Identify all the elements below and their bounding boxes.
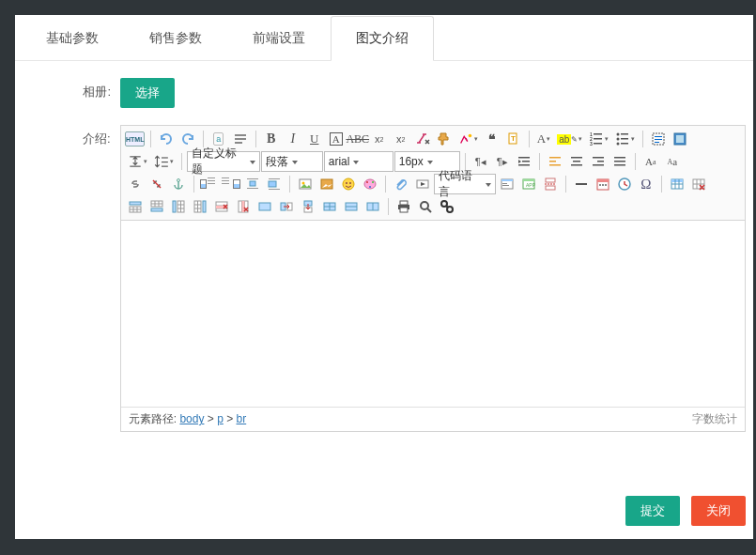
svg-rect-90 <box>151 208 162 211</box>
strikethrough-button[interactable]: ABC <box>347 129 368 149</box>
img-none-button[interactable] <box>264 174 285 194</box>
anchor-button[interactable] <box>168 174 189 194</box>
justify-center-button[interactable] <box>566 151 587 172</box>
merge-right-button[interactable] <box>276 196 297 217</box>
autotypeset-button[interactable] <box>230 129 251 149</box>
font-border-button[interactable]: A <box>326 129 347 149</box>
format-match-button[interactable]: a <box>208 129 229 149</box>
insert-row-after-button[interactable] <box>147 196 167 217</box>
undo-button[interactable] <box>156 129 177 149</box>
link-button[interactable] <box>125 174 146 194</box>
emoticon-button[interactable] <box>338 174 359 194</box>
delete-col-button[interactable] <box>233 196 254 217</box>
svg-text:T: T <box>511 134 516 143</box>
rtl-button[interactable]: ¶▸ <box>492 151 513 172</box>
select-album-button[interactable]: 选择 <box>120 78 175 108</box>
special-char-button[interactable]: Ω <box>636 174 656 194</box>
insert-col-after-button[interactable] <box>190 196 210 217</box>
path-body-link[interactable]: body <box>179 412 204 425</box>
attachment-button[interactable] <box>391 174 411 194</box>
svg-point-3 <box>468 134 471 138</box>
preview-button[interactable] <box>415 196 436 217</box>
svg-rect-70 <box>502 183 507 184</box>
path-br-link[interactable]: br <box>237 412 247 425</box>
custom-heading-combo[interactable]: 自定义标题 <box>187 151 260 172</box>
redo-button[interactable] <box>177 129 198 149</box>
webapp-button[interactable]: APP <box>518 174 539 194</box>
insert-image-button[interactable] <box>295 174 316 194</box>
tab-sales-params[interactable]: 销售参数 <box>124 16 227 61</box>
font-color-button[interactable]: A▾ <box>534 129 553 149</box>
insert-code-button[interactable] <box>497 174 517 194</box>
img-center-button[interactable] <box>242 174 263 194</box>
svg-rect-19 <box>655 136 662 137</box>
justify-left-button[interactable] <box>545 151 565 172</box>
print-button[interactable] <box>393 196 414 217</box>
svg-rect-71 <box>502 185 509 186</box>
submit-button[interactable]: 提交 <box>625 496 680 526</box>
time-button[interactable] <box>614 174 635 194</box>
svg-point-65 <box>372 181 374 183</box>
delete-table-button[interactable] <box>688 174 709 194</box>
row-intro: 介绍: HTML a B <box>15 125 746 432</box>
pagebreak-button[interactable] <box>540 174 561 194</box>
insert-col-before-button[interactable] <box>168 196 189 217</box>
ordered-list-button[interactable]: 123▾ <box>586 129 611 149</box>
touppercase-button[interactable]: Aa <box>640 151 661 172</box>
svg-rect-15 <box>621 133 628 135</box>
svg-rect-32 <box>549 157 561 159</box>
merge-down-button[interactable] <box>298 196 318 217</box>
path-p-link[interactable]: p <box>217 412 224 425</box>
bold-button[interactable]: B <box>261 129 282 149</box>
autoformat-button[interactable]: ▾ <box>455 129 481 149</box>
insert-video-button[interactable] <box>412 174 433 194</box>
svg-rect-99 <box>259 203 270 210</box>
merge-cells-button[interactable] <box>255 196 275 217</box>
horizontal-rule-button[interactable] <box>571 174 592 194</box>
justify-right-button[interactable] <box>588 151 609 172</box>
editor-content-area[interactable] <box>121 221 745 407</box>
img-right-button[interactable] <box>221 174 241 194</box>
split-to-rows-button[interactable] <box>341 196 362 217</box>
line-height-button[interactable]: ▾ <box>151 151 177 172</box>
split-to-cols-button[interactable] <box>363 196 383 217</box>
select-all-button[interactable] <box>648 129 669 149</box>
unlink-button[interactable] <box>147 174 167 194</box>
source-button[interactable]: HTML <box>125 129 146 149</box>
row-spacing-button[interactable]: ▾ <box>125 151 150 172</box>
ltr-button[interactable]: ¶◂ <box>471 151 491 172</box>
underline-button[interactable]: U <box>304 129 325 149</box>
font-family-combo[interactable]: arial <box>324 151 393 172</box>
italic-button[interactable]: I <box>283 129 303 149</box>
split-to-cells-button[interactable] <box>319 196 340 217</box>
insert-table-button[interactable] <box>667 174 687 194</box>
tab-basic-params[interactable]: 基础参数 <box>21 16 124 61</box>
indent-button[interactable] <box>514 151 534 172</box>
remove-format-button[interactable] <box>412 129 433 149</box>
form-body: 相册: 选择 介绍: HTML <box>15 61 753 432</box>
paragraph-combo[interactable]: 段落 <box>261 151 323 172</box>
svg-rect-42 <box>614 161 625 162</box>
format-brush-button[interactable] <box>434 129 455 149</box>
tab-image-text-intro[interactable]: 图文介绍 <box>331 16 434 61</box>
justify-full-button[interactable] <box>609 151 630 172</box>
superscript-button[interactable]: x2 <box>369 129 390 149</box>
pasteplain-button[interactable]: T <box>503 129 524 149</box>
insert-row-before-button[interactable] <box>125 196 146 217</box>
delete-row-button[interactable] <box>211 196 232 217</box>
fullscreen-button[interactable] <box>670 129 690 149</box>
scrawl-button[interactable] <box>360 174 380 194</box>
unordered-list-button[interactable]: ▾ <box>612 129 638 149</box>
code-lang-combo[interactable]: 代码语言 <box>434 174 496 194</box>
blockquote-button[interactable]: ❝ <box>482 129 502 149</box>
close-button[interactable]: 关闭 <box>691 496 746 526</box>
tab-frontend-settings[interactable]: 前端设置 <box>227 16 331 61</box>
word-count-label[interactable]: 字数统计 <box>692 411 737 427</box>
back-color-button[interactable]: ab✎▾ <box>554 129 585 149</box>
search-replace-button[interactable] <box>437 196 457 217</box>
tolowercase-button[interactable]: Aa <box>662 151 683 172</box>
simple-upload-button[interactable] <box>316 174 337 194</box>
img-left-button[interactable] <box>199 174 220 194</box>
date-button[interactable] <box>593 174 613 194</box>
subscript-button[interactable]: x2 <box>391 129 411 149</box>
